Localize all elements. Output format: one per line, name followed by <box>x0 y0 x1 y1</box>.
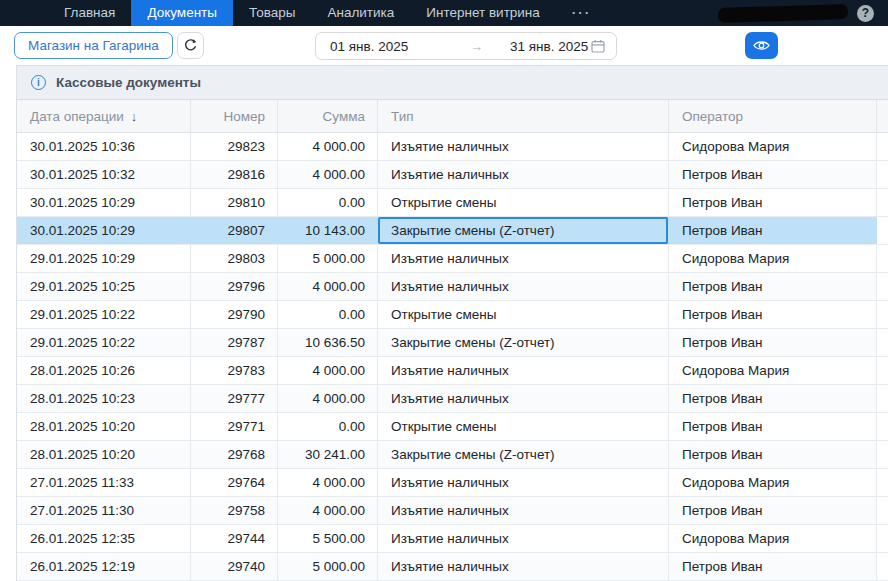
table-row[interactable]: 29.01.2025 10:29298035 000.00Изъятие нал… <box>17 245 888 273</box>
cell-number[interactable]: 29771 <box>191 413 278 440</box>
cell-type[interactable]: Изъятие наличных <box>378 273 669 300</box>
help-icon[interactable]: ? <box>857 5 874 22</box>
cell-operator[interactable]: Петров Иван <box>669 441 877 468</box>
refresh-button[interactable] <box>177 32 204 59</box>
cell-operator[interactable]: Петров Иван <box>669 413 877 440</box>
cell-amount[interactable]: 4 000.00 <box>278 273 378 300</box>
table-row[interactable]: 29.01.2025 10:22297900.00Открытие сменыП… <box>17 301 888 329</box>
cell-date[interactable]: 27.01.2025 11:33 <box>17 469 191 496</box>
cell-number[interactable]: 29810 <box>191 189 278 216</box>
cell-date[interactable]: 29.01.2025 10:22 <box>17 329 191 356</box>
cell-amount[interactable]: 4 000.00 <box>278 469 378 496</box>
cell-type[interactable]: Изъятие наличных <box>378 553 669 580</box>
cell-operator[interactable]: Сидорова Мария <box>669 245 877 272</box>
cell-operator[interactable]: Петров Иван <box>669 161 877 188</box>
cell-type[interactable]: Изъятие наличных <box>378 245 669 272</box>
column-header-amount[interactable]: Сумма <box>278 100 378 132</box>
cell-number[interactable]: 29783 <box>191 357 278 384</box>
table-row[interactable]: 30.01.2025 10:32298164 000.00Изъятие нал… <box>17 161 888 189</box>
cell-type[interactable]: Изъятие наличных <box>378 133 669 160</box>
table-row[interactable]: 26.01.2025 12:19297405 000.00Изъятие нал… <box>17 553 888 581</box>
date-from-field[interactable]: 01 янв. 2025 <box>330 39 470 54</box>
cell-amount[interactable]: 5 000.00 <box>278 553 378 580</box>
cell-type[interactable]: Закрытие смены (Z-отчет) <box>378 329 669 356</box>
table-row[interactable]: 28.01.2025 10:20297710.00Открытие сменыП… <box>17 413 888 441</box>
cell-operator[interactable]: Сидорова Мария <box>669 133 877 160</box>
cell-number[interactable]: 29787 <box>191 329 278 356</box>
column-header-type[interactable]: Тип <box>378 100 669 132</box>
tab-online-storefront[interactable]: Интернет витрина <box>410 0 556 26</box>
cell-number[interactable]: 29744 <box>191 525 278 552</box>
cell-amount[interactable]: 0.00 <box>278 413 378 440</box>
cell-operator[interactable]: Сидорова Мария <box>669 357 877 384</box>
cell-type[interactable]: Открытие смены <box>378 413 669 440</box>
cell-type[interactable]: Изъятие наличных <box>378 357 669 384</box>
cell-number[interactable]: 29807 <box>191 217 278 244</box>
cell-type[interactable]: Закрытие смены (Z-отчет) <box>378 217 669 244</box>
cell-amount[interactable]: 4 000.00 <box>278 161 378 188</box>
cell-date[interactable]: 30.01.2025 10:36 <box>17 133 191 160</box>
cell-amount[interactable]: 5 500.00 <box>278 525 378 552</box>
table-row[interactable]: 29.01.2025 10:25297964 000.00Изъятие нал… <box>17 273 888 301</box>
cell-number[interactable]: 29790 <box>191 301 278 328</box>
view-toggle-button[interactable] <box>745 32 778 59</box>
tab-main[interactable]: Главная <box>48 0 131 26</box>
table-row[interactable]: 29.01.2025 10:222978710 636.50Закрытие с… <box>17 329 888 357</box>
table-row[interactable]: 30.01.2025 10:29298100.00Открытие сменыП… <box>17 189 888 217</box>
cell-amount[interactable]: 30 241.00 <box>278 441 378 468</box>
cell-number[interactable]: 29823 <box>191 133 278 160</box>
cell-date[interactable]: 30.01.2025 10:29 <box>17 189 191 216</box>
cell-amount[interactable]: 4 000.00 <box>278 497 378 524</box>
cell-amount[interactable]: 10 143.00 <box>278 217 378 244</box>
cell-date[interactable]: 30.01.2025 10:32 <box>17 161 191 188</box>
cell-date[interactable]: 29.01.2025 10:22 <box>17 301 191 328</box>
cell-date[interactable]: 28.01.2025 10:26 <box>17 357 191 384</box>
cell-number[interactable]: 29764 <box>191 469 278 496</box>
cell-type[interactable]: Изъятие наличных <box>378 497 669 524</box>
table-row[interactable]: 28.01.2025 10:26297834 000.00Изъятие нал… <box>17 357 888 385</box>
table-row[interactable]: 28.01.2025 10:23297774 000.00Изъятие нал… <box>17 385 888 413</box>
cell-number[interactable]: 29768 <box>191 441 278 468</box>
table-row[interactable]: 26.01.2025 12:35297445 500.00Изъятие нал… <box>17 525 888 553</box>
cell-type[interactable]: Изъятие наличных <box>378 385 669 412</box>
cell-operator[interactable]: Сидорова Мария <box>669 525 877 552</box>
tab-products[interactable]: Товары <box>233 0 311 26</box>
table-row[interactable]: 30.01.2025 10:292980710 143.00Закрытие с… <box>17 217 888 245</box>
cell-type[interactable]: Изъятие наличных <box>378 161 669 188</box>
cell-date[interactable]: 29.01.2025 10:29 <box>17 245 191 272</box>
cell-number[interactable]: 29777 <box>191 385 278 412</box>
table-row[interactable]: 28.01.2025 10:202976830 241.00Закрытие с… <box>17 441 888 469</box>
column-header-date[interactable]: Дата операции ↓ <box>17 100 191 132</box>
cell-operator[interactable]: Петров Иван <box>669 273 877 300</box>
cell-amount[interactable]: 10 636.50 <box>278 329 378 356</box>
cell-number[interactable]: 29758 <box>191 497 278 524</box>
column-header-number[interactable]: Номер <box>191 100 278 132</box>
cell-date[interactable]: 28.01.2025 10:20 <box>17 441 191 468</box>
cell-operator[interactable]: Петров Иван <box>669 385 877 412</box>
cell-date[interactable]: 28.01.2025 10:20 <box>17 413 191 440</box>
cell-date[interactable]: 30.01.2025 10:29 <box>17 217 191 244</box>
cell-operator[interactable]: Петров Иван <box>669 217 877 244</box>
cell-operator[interactable]: Петров Иван <box>669 497 877 524</box>
column-header-operator[interactable]: Оператор <box>669 100 877 132</box>
cell-number[interactable]: 29740 <box>191 553 278 580</box>
store-selector-button[interactable]: Магазин на Гагарина <box>14 32 173 59</box>
tab-analytics[interactable]: Аналитика <box>311 0 410 26</box>
tab-more[interactable]: ··· <box>556 0 608 26</box>
cell-date[interactable]: 26.01.2025 12:35 <box>17 525 191 552</box>
cell-amount[interactable]: 4 000.00 <box>278 385 378 412</box>
date-to-field[interactable]: 31 янв. 2025 <box>510 39 588 54</box>
cell-date[interactable]: 27.01.2025 11:30 <box>17 497 191 524</box>
cell-type[interactable]: Закрытие смены (Z-отчет) <box>378 441 669 468</box>
table-row[interactable]: 30.01.2025 10:36298234 000.00Изъятие нал… <box>17 133 888 161</box>
info-icon[interactable]: i <box>31 75 46 90</box>
cell-type[interactable]: Открытие смены <box>378 189 669 216</box>
cell-amount[interactable]: 4 000.00 <box>278 357 378 384</box>
table-row[interactable]: 27.01.2025 11:30297584 000.00Изъятие нал… <box>17 497 888 525</box>
date-range-picker[interactable]: 01 янв. 2025 → 31 янв. 2025 <box>315 32 617 60</box>
cell-number[interactable]: 29796 <box>191 273 278 300</box>
cell-amount[interactable]: 4 000.00 <box>278 133 378 160</box>
cell-amount[interactable]: 0.00 <box>278 189 378 216</box>
tab-documents[interactable]: Документы <box>131 0 233 26</box>
cell-operator[interactable]: Петров Иван <box>669 301 877 328</box>
